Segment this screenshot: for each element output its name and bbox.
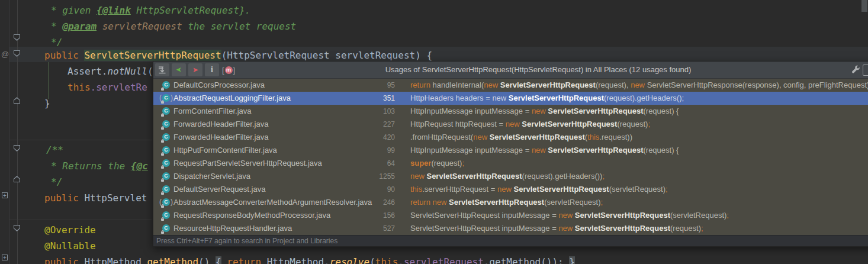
settings-wrench-icon[interactable] <box>851 65 860 74</box>
usage-row[interactable]: CRequestResponseBodyMethodProcessor.java… <box>153 209 868 222</box>
usage-line-number: 90 <box>355 183 395 196</box>
open-in-toolwindow-icon[interactable] <box>155 63 169 76</box>
usage-row[interactable]: CDefaultServerRequest.java90this.serverH… <box>153 183 868 196</box>
usage-file-name: ResourceHttpRequestHandler.java <box>173 222 292 235</box>
usage-file-name: ForwardedHeaderFilter.java <box>173 131 268 144</box>
usage-line-number: 527 <box>355 222 395 235</box>
pin-icon-partial[interactable] <box>863 65 868 76</box>
usage-row[interactable]: CForwardedHeaderFilter.java227HttpReques… <box>153 118 868 131</box>
class-icon: C <box>162 172 171 181</box>
usage-code-preview: new ServletServerHttpRequest(request).ge… <box>410 170 868 183</box>
usage-list: CDefaultCorsProcessor.java95return handl… <box>153 79 868 235</box>
usage-line-number: 420 <box>355 131 395 144</box>
popup-footer-hint: Press Ctrl+Alt+F7 again to search in Pro… <box>153 235 868 246</box>
class-icon: C <box>162 107 171 116</box>
usage-row[interactable]: C()AbstractRequestLoggingFilter.java351H… <box>153 92 868 105</box>
usage-file-name: ForwardedHeaderFilter.java <box>173 118 268 131</box>
usage-row[interactable]: CDefaultCorsProcessor.java95return handl… <box>153 79 868 92</box>
usage-line-number: 227 <box>355 118 395 131</box>
usage-file-name: AbstractMessageConverterMethodArgumentRe… <box>173 196 372 209</box>
abstract-class-icon: C() <box>162 94 171 103</box>
usage-row[interactable]: CDispatcherServlet.java1255new ServletSe… <box>153 170 868 183</box>
ide-window: @ ++ * given {@link HttpServletRequest}.… <box>0 0 868 264</box>
class-icon: C <box>162 81 171 90</box>
usage-row[interactable]: C()AbstractMessageConverterMethodArgumen… <box>153 196 868 209</box>
usage-line-number: 95 <box>355 79 395 92</box>
usage-file-name: HttpPutFormContentFilter.java <box>173 144 277 157</box>
usage-code-preview: super(request); <box>410 157 868 170</box>
usage-file-name: RequestResponseBodyMethodProcessor.java <box>173 209 330 222</box>
usage-line-number: 64 <box>355 157 395 170</box>
class-icon: C <box>162 146 171 155</box>
usage-code-preview: HttpRequest httpRequest = new ServletSer… <box>410 118 868 131</box>
usage-code-preview: HttpHeaders headers = new ServletServerH… <box>410 92 868 105</box>
usage-row[interactable]: CHttpPutFormContentFilter.java99HttpInpu… <box>153 144 868 157</box>
usage-row[interactable]: CResourceHttpRequestHandler.java527Servl… <box>153 222 868 235</box>
usage-row[interactable]: CFormContentFilter.java103HttpInputMessa… <box>153 105 868 118</box>
class-icon: C <box>162 120 171 129</box>
usage-code-preview: ServletServerHttpRequest inputMessage = … <box>410 222 868 235</box>
class-icon: C <box>162 185 171 194</box>
usage-code-preview: HttpInputMessage inputMessage = new Serv… <box>410 144 868 157</box>
usage-code-preview: return handleInternal(new ServletServerH… <box>410 79 868 92</box>
code-line: * @param servletRequest the servlet requ… <box>0 18 868 34</box>
usages-popup: Usages of ServletServerHttpRequest(HttpS… <box>153 61 868 247</box>
code-line: public HttpMethod getMethod() { return H… <box>0 254 868 264</box>
usage-file-name: FormContentFilter.java <box>173 105 252 118</box>
usage-code-preview: HttpInputMessage inputMessage = new Serv… <box>410 105 868 118</box>
usage-line-number: 99 <box>355 144 395 157</box>
previous-occurrence-icon[interactable]: ➤ <box>172 63 186 76</box>
usage-line-number: 351 <box>355 92 395 105</box>
code-line: * given {@link HttpServletRequest}. <box>0 2 868 18</box>
class-icon: C <box>162 224 171 233</box>
usage-file-name: RequestPartServletServerHttpRequest.java <box>173 157 322 170</box>
popup-toolbar: ➤ ➤ i [m] <box>155 63 236 76</box>
editor-scrollbar-thumb[interactable] <box>861 0 867 12</box>
method-separator <box>9 220 152 220</box>
usage-line-number: 103 <box>355 105 395 118</box>
usage-file-name: DispatcherServlet.java <box>173 170 250 183</box>
merge-usages-icon[interactable]: [m] <box>221 63 236 76</box>
usage-file-name: AbstractRequestLoggingFilter.java <box>173 92 291 105</box>
usage-code-preview: this.serverHttpRequest = new ServletServ… <box>410 183 868 196</box>
usage-line-number: 246 <box>355 196 395 209</box>
usage-code-preview: ServletServerHttpRequest inputMessage = … <box>410 209 868 222</box>
usage-row[interactable]: CRequestPartServletServerHttpRequest.jav… <box>153 157 868 170</box>
usage-file-name: DefaultCorsProcessor.java <box>173 79 265 92</box>
usage-code-preview: .fromHttpRequest(new ServletServerHttpRe… <box>410 131 868 144</box>
class-icon: C <box>162 211 171 220</box>
usage-row[interactable]: CForwardedHeaderFilter.java420.fromHttpR… <box>153 131 868 144</box>
next-occurrence-icon[interactable]: ➤ <box>188 63 202 76</box>
show-info-icon[interactable]: i <box>205 63 219 76</box>
usage-file-name: DefaultServerRequest.java <box>173 183 265 196</box>
usage-code-preview: return new ServletServerHttpRequest(serv… <box>410 196 868 209</box>
abstract-class-icon: C() <box>162 198 171 207</box>
class-icon: C <box>162 159 171 168</box>
class-icon: C <box>162 133 171 142</box>
popup-title: Usages of ServletServerHttpRequest(HttpS… <box>153 62 868 78</box>
usage-line-number: 1255 <box>355 170 395 183</box>
usage-line-number: 156 <box>355 209 395 222</box>
method-separator <box>9 140 152 140</box>
usages-popup-header: Usages of ServletServerHttpRequest(HttpS… <box>153 62 868 79</box>
